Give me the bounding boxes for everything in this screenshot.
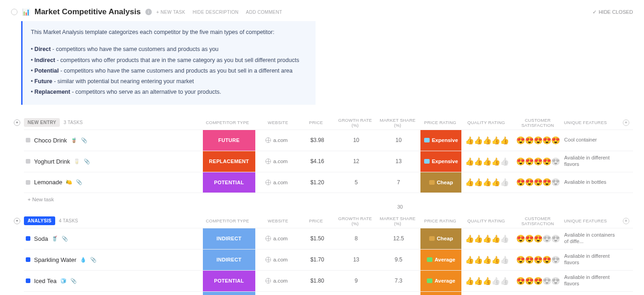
quality-rating-cell[interactable]: 👍👍👍👍👍 xyxy=(461,250,512,270)
info-icon[interactable]: i xyxy=(145,9,152,15)
price-rating-cell[interactable]: Average xyxy=(420,292,462,295)
csat-cell[interactable]: 😍😍😍😍😍 xyxy=(512,130,564,151)
website-cell[interactable]: a.com xyxy=(255,292,299,295)
task-name-cell[interactable]: Iced Tea🧊📎 xyxy=(24,271,203,291)
quality-rating-cell[interactable]: 👍👍👍👍👍 xyxy=(461,151,512,172)
new-task-link[interactable]: + New task xyxy=(28,193,633,204)
growth-cell[interactable]: 8 xyxy=(335,292,377,295)
quality-rating-cell[interactable]: 👍👍👍👍👍 xyxy=(461,172,512,193)
attachment-icon[interactable]: 📎 xyxy=(81,137,87,143)
features-cell[interactable]: Avaliable in different flavors xyxy=(564,250,620,270)
col-price-rating[interactable]: PRICE RATING xyxy=(420,218,461,223)
collapse-icon[interactable]: ▾ xyxy=(14,218,20,224)
price-rating-cell[interactable]: Expensive xyxy=(420,130,462,151)
col-price[interactable]: PRICE xyxy=(298,218,334,223)
status-icon[interactable] xyxy=(26,278,30,283)
add-comment-button[interactable]: ADD COMMENT xyxy=(246,10,282,15)
growth-cell[interactable]: 8 xyxy=(335,228,377,249)
attachment-icon[interactable]: 📎 xyxy=(76,179,82,185)
share-cell[interactable]: 13 xyxy=(377,151,420,172)
col-csat[interactable]: CUSTOMER SATISFACTION xyxy=(512,216,564,226)
competitor-type-cell[interactable]: INDIRECT xyxy=(203,250,256,270)
col-quality-rating[interactable]: QUALITY RATING xyxy=(461,218,512,223)
quality-rating-cell[interactable]: 👍👍👍👍👍 xyxy=(461,271,512,291)
growth-cell[interactable]: 9 xyxy=(335,271,377,291)
attachment-icon[interactable]: 📎 xyxy=(84,159,90,165)
csat-cell[interactable]: 😍😍😍😍😍 xyxy=(512,228,564,249)
hide-description-button[interactable]: HIDE DESCRIPTION xyxy=(193,10,239,15)
csat-cell[interactable]: 😍😍😍😍😍 xyxy=(512,172,564,193)
task-name-cell[interactable]: Sparkling Water💧📎 xyxy=(24,250,203,270)
features-cell[interactable]: Avaliable in different containe... xyxy=(564,292,620,295)
task-name-cell[interactable]: Yoghurt Drink🥛📎 xyxy=(24,151,203,172)
table-row[interactable]: Lemon Soda🍋📎INDIRECTa.com$1.7383.7Averag… xyxy=(24,291,633,295)
growth-cell[interactable]: 5 xyxy=(335,172,377,193)
col-csat[interactable]: CUSTOMER SATISFACTION xyxy=(512,118,564,128)
share-cell[interactable]: 10 xyxy=(377,130,420,151)
website-cell[interactable]: a.com xyxy=(255,271,299,291)
competitor-type-cell[interactable]: INDIRECT xyxy=(203,228,256,249)
csat-cell[interactable]: 😍😍😍😍😍 xyxy=(512,292,564,295)
competitor-type-cell[interactable]: POTENTIAL xyxy=(203,172,256,193)
col-share[interactable]: MARKET SHARE (%) xyxy=(376,216,420,226)
features-cell[interactable]: Avaliable in different flavors xyxy=(564,271,620,291)
price-rating-cell[interactable]: Expensive xyxy=(420,151,462,172)
collapse-icon[interactable]: ▾ xyxy=(14,119,20,126)
status-icon[interactable] xyxy=(26,257,30,262)
features-cell[interactable]: Cool container xyxy=(564,130,620,151)
price-rating-cell[interactable]: Cheap xyxy=(420,228,462,249)
attachment-icon[interactable]: 📎 xyxy=(62,236,68,242)
share-cell[interactable]: 7 xyxy=(377,172,420,193)
col-share[interactable]: MARKET SHARE (%) xyxy=(376,118,420,128)
growth-cell[interactable]: 10 xyxy=(335,130,377,151)
competitor-type-cell[interactable]: REPLACEMENT xyxy=(203,151,256,172)
col-features[interactable]: UNIQUE FEATURES xyxy=(564,120,619,125)
status-icon[interactable] xyxy=(26,138,30,142)
add-column-icon[interactable]: + xyxy=(623,119,629,126)
hide-closed-toggle[interactable]: ✓ HIDE CLOSED xyxy=(592,9,633,15)
website-cell[interactable]: a.com xyxy=(255,250,299,270)
expand-all-icon[interactable] xyxy=(11,9,17,15)
attachment-icon[interactable]: 📎 xyxy=(90,257,97,263)
website-cell[interactable]: a.com xyxy=(255,172,299,193)
attachment-icon[interactable]: 📎 xyxy=(70,278,77,284)
add-column-icon[interactable]: + xyxy=(623,218,629,224)
website-cell[interactable]: a.com xyxy=(255,151,299,172)
task-name-cell[interactable]: Lemon Soda🍋📎 xyxy=(24,292,203,295)
table-row[interactable]: Lemonade🍋📎POTENTIALa.com$1.2057Cheap👍👍👍👍… xyxy=(24,172,633,193)
csat-cell[interactable]: 😍😍😍😍😍 xyxy=(512,250,564,270)
price-cell[interactable]: $1.70 xyxy=(299,250,336,270)
share-cell[interactable]: 7.3 xyxy=(377,271,420,291)
features-cell[interactable]: Avaliable in containers of diffe... xyxy=(564,228,620,249)
status-icon[interactable] xyxy=(26,180,30,185)
col-type[interactable]: COMPETITOR TYPE xyxy=(201,218,254,223)
competitor-type-cell[interactable]: INDIRECT xyxy=(203,292,256,295)
new-task-button[interactable]: + NEW TASK xyxy=(156,10,185,15)
task-name-cell[interactable]: Choco Drink🧋📎 xyxy=(24,130,203,151)
competitor-type-cell[interactable]: POTENTIAL xyxy=(203,271,256,291)
status-icon[interactable] xyxy=(26,236,30,241)
task-name-cell[interactable]: Lemonade🍋📎 xyxy=(24,172,203,193)
price-cell[interactable]: $1.73 xyxy=(299,292,336,295)
price-rating-cell[interactable]: Average xyxy=(420,271,462,291)
price-rating-cell[interactable]: Average xyxy=(420,250,462,270)
col-website[interactable]: WEBSITE xyxy=(254,218,298,223)
col-price-rating[interactable]: PRICE RATING xyxy=(420,120,461,125)
price-rating-cell[interactable]: Cheap xyxy=(420,172,462,193)
csat-cell[interactable]: 😍😍😍😍😍 xyxy=(512,151,564,172)
features-cell[interactable]: Avaliable in different flavors xyxy=(564,151,620,172)
quality-rating-cell[interactable]: 👍👍👍👍👍 xyxy=(461,292,512,295)
table-row[interactable]: Sparkling Water💧📎INDIRECTa.com$1.70139.5… xyxy=(24,249,633,270)
competitor-type-cell[interactable]: FUTURE xyxy=(203,130,256,151)
col-features[interactable]: UNIQUE FEATURES xyxy=(564,218,619,223)
status-icon[interactable] xyxy=(26,159,30,164)
task-name-cell[interactable]: Soda🥤📎 xyxy=(24,228,203,249)
features-cell[interactable]: Avaliable in bottles xyxy=(564,172,620,193)
quality-rating-cell[interactable]: 👍👍👍👍👍 xyxy=(461,228,512,249)
website-cell[interactable]: a.com xyxy=(255,228,299,249)
share-cell[interactable]: 12.5 xyxy=(377,228,420,249)
price-cell[interactable]: $1.50 xyxy=(299,228,336,249)
csat-cell[interactable]: 😍😍😍😍😍 xyxy=(512,271,564,291)
group-chip-analysis[interactable]: ANALYSIS xyxy=(24,216,55,225)
growth-cell[interactable]: 13 xyxy=(335,250,377,270)
